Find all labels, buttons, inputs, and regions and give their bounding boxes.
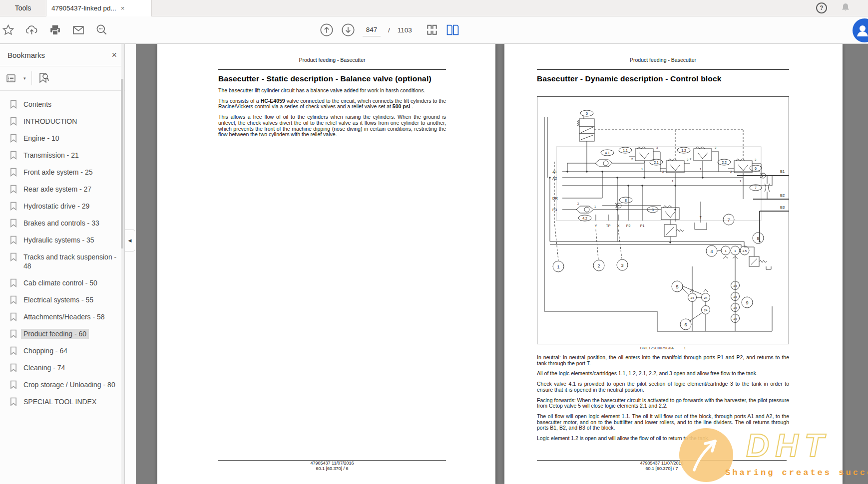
person-icon: [853, 18, 868, 42]
component-label-7: 7: [755, 186, 757, 190]
bookmark-flag-icon: [9, 185, 17, 194]
right-page-running-header: Product feeding - Basecutter: [537, 57, 789, 63]
tab-tools[interactable]: Tools: [0, 0, 46, 16]
toolbar-left-group: [2, 16, 108, 43]
port-number: 3: [715, 146, 716, 149]
account-avatar-button[interactable]: [853, 18, 868, 42]
hydraulic-schematic-figure: 5 4.1 1.1 2.1 1.2 2.2 4.2 8 3 6 7 1 2 3 …: [537, 96, 789, 344]
bookmark-flag-icon: [9, 278, 17, 288]
header-rule: [537, 69, 789, 70]
restrictor-value: 24: [704, 296, 708, 299]
bookmark-item-label: Engine - 10: [21, 133, 62, 143]
bookmark-item[interactable]: Rear axle system - 27: [0, 181, 124, 198]
component-label-6: 6: [755, 167, 757, 170]
callout-3: 3: [621, 263, 623, 268]
two-page-view-icon[interactable]: [446, 23, 459, 36]
bookmark-item[interactable]: Chopping - 64: [0, 342, 124, 359]
bookmark-item[interactable]: Hydrostatic drive - 29: [0, 198, 124, 215]
bookmark-item[interactable]: Transmission - 21: [0, 147, 124, 164]
restrictor-value: 24: [734, 306, 737, 309]
cloud-upload-icon[interactable]: [25, 24, 38, 36]
component-label-2-2: 2.2: [722, 161, 727, 164]
port-label-tp: TP: [606, 224, 611, 228]
pdf-page-left: Product feeding - Basecutter Basecutter …: [157, 44, 495, 484]
port-label-a1: A1: [552, 170, 557, 174]
bookmark-item[interactable]: Cab climate control - 50: [0, 274, 124, 291]
bookmark-item-label: Hydraulic systems - 35: [21, 235, 97, 245]
port-label-p2: P2: [626, 224, 631, 228]
bookmarks-title: Bookmarks: [7, 51, 45, 59]
page-number-input[interactable]: [363, 24, 381, 36]
favorite-star-icon[interactable]: [2, 24, 14, 36]
options-caret-icon[interactable]: ▾: [23, 76, 26, 81]
port-label-a2: A2: [552, 176, 557, 181]
port-number: 2: [631, 158, 633, 161]
right-page-title: Basecutter - Dynamic description - Contr…: [537, 74, 789, 83]
bookmark-item[interactable]: SPECIAL TOOL INDEX: [0, 393, 124, 410]
restrictor-value: 24: [691, 296, 694, 299]
search-icon[interactable]: [95, 23, 108, 36]
component-label-5: 5: [586, 112, 588, 115]
bookmark-flag-icon: [9, 295, 17, 305]
document-canvas[interactable]: Product feeding - Basecutter Basecutter …: [136, 44, 868, 484]
page-thumbnails-icon[interactable]: [426, 23, 438, 36]
port-number: 3: [687, 158, 688, 161]
bookmark-item[interactable]: INTRODUCTION: [0, 113, 124, 130]
email-icon[interactable]: [72, 24, 85, 36]
page-separator: /: [388, 26, 390, 34]
figure-code: BRIL12SC0079G0A: [640, 346, 674, 350]
bookmark-flag-icon: [9, 236, 17, 245]
tab-close-icon[interactable]: ×: [121, 4, 125, 12]
toolbar-center-group: / 1103: [320, 16, 459, 43]
right-paragraph-1: In neutral: In neutral position, the oil…: [537, 355, 789, 366]
bookmark-item[interactable]: Brakes and controls - 33: [0, 215, 124, 232]
left-page-footer: 47905437 11/07/2016 60.1 [60.370] / 6: [218, 460, 446, 472]
next-page-icon[interactable]: [341, 23, 355, 37]
previous-page-icon[interactable]: [320, 23, 334, 37]
collapse-panel-handle[interactable]: ◀: [125, 230, 135, 251]
bookmark-item[interactable]: Contents: [0, 96, 124, 113]
print-icon[interactable]: [49, 24, 61, 36]
right-paragraph-6: Logic element 1.2 is open and will allow…: [537, 436, 789, 442]
find-bookmark-icon[interactable]: [37, 72, 50, 85]
sidebar-scrollbar-track[interactable]: [121, 44, 124, 484]
bookmarks-close-icon[interactable]: ×: [111, 50, 117, 60]
help-icon[interactable]: ?: [816, 2, 827, 13]
valve-model-code: HC-E4059: [261, 98, 285, 104]
bookmark-flag-icon: [9, 202, 17, 211]
bookmark-item[interactable]: Cleaning - 74: [0, 359, 124, 376]
bookmark-item[interactable]: Crop storage / Unloading - 80: [0, 376, 124, 393]
bookmark-flag-icon: [9, 219, 17, 228]
port-number: 1: [740, 180, 741, 183]
bookmark-item[interactable]: Product feeding - 60: [0, 325, 124, 342]
sidebar-scrollbar-thumb[interactable]: [121, 79, 123, 248]
port-number: 1: [700, 168, 701, 171]
tab-document[interactable]: 47905437-linked pd... ×: [46, 0, 152, 16]
bookmark-options-icon[interactable]: [6, 73, 17, 84]
left-footer-doc-number: 47905437 11/07/2016: [218, 461, 446, 466]
bookmark-item-label: Rear axle system - 27: [21, 184, 94, 194]
notifications-bell-icon[interactable]: [840, 2, 852, 14]
port-label-y: Y: [595, 224, 597, 228]
gauge-value-2: 1: [734, 249, 736, 252]
right-footer-doc-number: 47905437 11/07/2016: [537, 461, 787, 466]
bookmark-flag-icon: [9, 397, 17, 407]
bookmark-item-label: Crop storage / Unloading - 80: [21, 380, 118, 390]
bookmark-flag-icon: [9, 151, 17, 160]
gauge-value-3: 2.5: [743, 249, 747, 252]
bookmark-item[interactable]: Attachments/Headers - 58: [0, 308, 124, 325]
bookmark-item[interactable]: Electrical systems - 55: [0, 291, 124, 308]
page-total: 1103: [398, 26, 412, 34]
bookmark-item-label: Front axle system - 25: [21, 167, 95, 177]
left-footer-section-page: 60.1 [60.370] / 6: [218, 466, 446, 472]
pdf-page-right: Product feeding - Basecutter Basecutter …: [504, 44, 843, 484]
bookmark-flag-icon: [9, 252, 17, 262]
callout-2: 2: [597, 263, 600, 268]
left-paragraph-2: This consists of a HC-E4059 valve connec…: [218, 98, 446, 110]
bookmarks-panel: Bookmarks × ▾ ContentsINTRODUCTIONEngine…: [0, 44, 125, 484]
bookmark-item[interactable]: Engine - 10: [0, 130, 124, 147]
callout-9: 9: [746, 300, 748, 305]
bookmark-item[interactable]: Hydraulic systems - 35: [0, 232, 124, 248]
bookmark-item[interactable]: Tracks and track suspension - 48: [0, 248, 124, 274]
bookmark-item[interactable]: Front axle system - 25: [0, 164, 124, 181]
